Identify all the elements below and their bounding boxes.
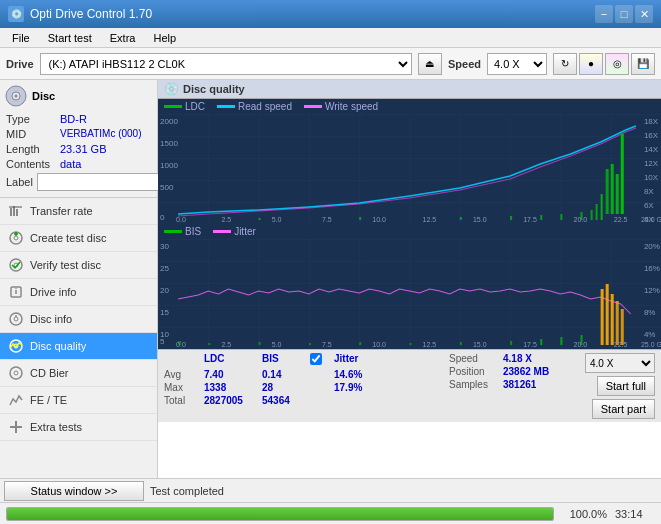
maximize-button[interactable]: □: [615, 5, 633, 23]
sidebar-nav: Transfer rate Create test disc Verify te…: [0, 198, 157, 441]
status-text: Test completed: [150, 485, 657, 497]
drive-select[interactable]: (K:) ATAPI iHBS112 2 CL0K: [40, 53, 412, 75]
cd-bier-icon: [8, 365, 24, 381]
stats-headers: LDC BIS Jitter: [164, 353, 443, 367]
total-ldc: 2827005: [204, 395, 254, 406]
svg-point-7: [14, 236, 18, 240]
verify-test-disc-label: Verify test disc: [30, 259, 101, 271]
svg-text:20.0: 20.0: [573, 341, 587, 348]
drive-info-label: Drive info: [30, 286, 76, 298]
svg-text:8X: 8X: [644, 187, 654, 196]
svg-rect-92: [359, 342, 361, 345]
disc-rows: Type BD-R MID VERBATIMc (000) Length 23.…: [4, 112, 153, 171]
sidebar-item-extra-tests[interactable]: Extra tests: [0, 414, 157, 441]
stats-right-info: Speed 4.18 X Position 23862 MB Samples 3…: [449, 353, 579, 390]
minimize-button[interactable]: −: [595, 5, 613, 23]
bis-color: [164, 230, 182, 233]
label-row: Label ✎: [4, 171, 153, 193]
max-label: Max: [164, 382, 196, 393]
jitter-color: [213, 230, 231, 233]
chart-header-icon: 💿: [164, 82, 179, 96]
avg-bis: 0.14: [262, 369, 302, 380]
start-full-button[interactable]: Start full: [597, 376, 655, 396]
sidebar-item-disc-quality[interactable]: Disc quality: [0, 333, 157, 360]
menu-starttest[interactable]: Start test: [40, 30, 100, 46]
svg-text:20.0: 20.0: [573, 216, 587, 223]
sidebar-item-verify-test-disc[interactable]: Verify test disc: [0, 252, 157, 279]
speed-icons: ↻ ● ◎ 💾: [553, 53, 655, 75]
start-part-button[interactable]: Start part: [592, 399, 655, 419]
speed-stat-value: 4.18 X: [503, 353, 532, 364]
disc-quality-icon: [8, 338, 24, 354]
legend-writespeed: Write speed: [304, 101, 378, 112]
svg-rect-46: [259, 218, 261, 220]
svg-text:20: 20: [160, 286, 169, 295]
svg-text:25: 25: [160, 264, 169, 273]
sidebar-item-cd-bier[interactable]: CD Bier: [0, 360, 157, 387]
sidebar-item-transfer-rate[interactable]: Transfer rate: [0, 198, 157, 225]
readspeed-label: Read speed: [238, 101, 292, 112]
svg-point-16: [14, 317, 18, 321]
drivebar: Drive (K:) ATAPI iHBS112 2 CL0K ⏏ Speed …: [0, 48, 661, 80]
svg-text:30: 30: [160, 242, 169, 251]
type-label: Type: [6, 113, 56, 125]
svg-rect-49: [510, 216, 512, 220]
status-window-button[interactable]: Status window >>: [4, 481, 144, 501]
eject-button[interactable]: ⏏: [418, 53, 442, 75]
statusbar: Status window >> Test completed: [0, 478, 661, 502]
menu-extra[interactable]: Extra: [102, 30, 144, 46]
refresh-button[interactable]: ↻: [553, 53, 577, 75]
label-input[interactable]: [37, 173, 170, 191]
svg-text:14X: 14X: [644, 145, 659, 154]
extra-tests-icon: [8, 419, 24, 435]
svg-text:15.0: 15.0: [473, 216, 487, 223]
svg-text:6X: 6X: [644, 201, 654, 210]
chart-title: Disc quality: [183, 83, 245, 95]
svg-text:10.0: 10.0: [372, 216, 386, 223]
create-test-disc-label: Create test disc: [30, 232, 106, 244]
sidebar-item-drive-info[interactable]: Drive info: [0, 279, 157, 306]
position-row: Position 23862 MB: [449, 366, 579, 377]
avg-label: Avg: [164, 369, 196, 380]
progress-track: [6, 507, 554, 521]
max-spacer: [310, 382, 326, 393]
save-button[interactable]: 💾: [631, 53, 655, 75]
legend-bis: BIS: [164, 226, 201, 237]
fe-te-icon: [8, 392, 24, 408]
sidebar-item-fe-te[interactable]: FE / TE: [0, 387, 157, 414]
titlebar-left: 💿 Opti Drive Control 1.70: [8, 6, 152, 22]
position-label: Position: [449, 366, 499, 377]
fe-te-label: FE / TE: [30, 394, 67, 406]
create-disc-icon: [8, 230, 24, 246]
jitter-col-header: Jitter: [334, 353, 389, 367]
svg-rect-45: [606, 169, 609, 214]
disc-section-label: Disc: [32, 90, 55, 102]
jitter-checkbox[interactable]: [310, 353, 322, 365]
svg-point-15: [10, 313, 22, 325]
svg-text:10.0: 10.0: [372, 341, 386, 348]
svg-text:16%: 16%: [644, 264, 660, 273]
drive-label: Drive: [6, 58, 34, 70]
close-button[interactable]: ✕: [635, 5, 653, 23]
stats-empty: [164, 353, 196, 367]
disc-burn-button[interactable]: ◎: [605, 53, 629, 75]
svg-rect-84: [601, 289, 604, 345]
sidebar-item-create-test-disc[interactable]: Create test disc: [0, 225, 157, 252]
svg-text:0.0: 0.0: [176, 216, 186, 223]
disc-color-button[interactable]: ●: [579, 53, 603, 75]
svg-rect-43: [616, 174, 619, 214]
stats-speed-select[interactable]: 4.0 X Max: [585, 353, 655, 373]
svg-text:22.5: 22.5: [614, 216, 628, 223]
speed-select[interactable]: 4.0 X Max 1.0 X 2.0 X 6.0 X: [487, 53, 547, 75]
menu-file[interactable]: File: [4, 30, 38, 46]
svg-rect-93: [410, 343, 412, 345]
svg-rect-91: [309, 343, 311, 345]
length-label: Length: [6, 143, 56, 155]
avg-jitter: 14.6%: [334, 369, 389, 380]
samples-value: 381261: [503, 379, 536, 390]
svg-text:12%: 12%: [644, 286, 660, 295]
legend-jitter: Jitter: [213, 226, 256, 237]
sidebar-item-disc-info[interactable]: Disc info: [0, 306, 157, 333]
ldc-color: [164, 105, 182, 108]
menu-help[interactable]: Help: [145, 30, 184, 46]
